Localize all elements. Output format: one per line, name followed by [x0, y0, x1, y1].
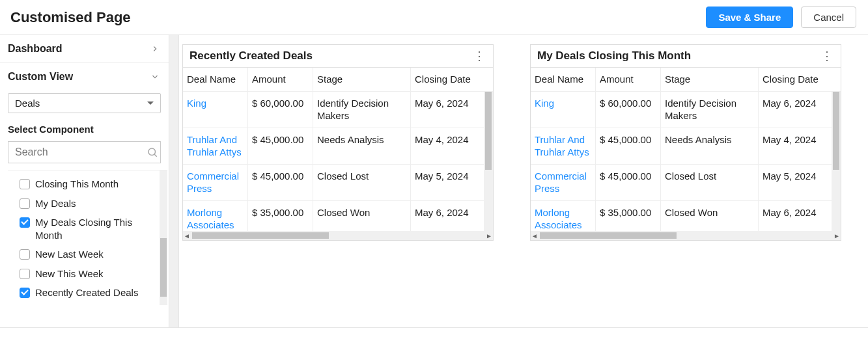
component-item[interactable]: Recently Modified Deals [8, 303, 158, 306]
widget-my-deals-closing-this-month: My Deals Closing This Month⋮Deal NameAmo… [530, 44, 841, 241]
search-input[interactable] [14, 146, 147, 159]
table-body: King$ 60,000.00Identify Decision MakersM… [183, 92, 493, 241]
checkbox-icon[interactable] [20, 198, 30, 209]
deal-link[interactable]: Morlong Associates [535, 207, 582, 231]
cell-closing: May 5, 2024 [759, 165, 832, 200]
cell-stage: Closed Lost [661, 165, 759, 200]
table-row[interactable]: Truhlar And Truhlar Attys$ 45,000.00Need… [183, 128, 484, 165]
component-item-label: New This Week [35, 267, 103, 280]
component-list-wrap: Closing This MonthMy DealsMy Deals Closi… [8, 170, 167, 305]
widget-recently-created-deals: Recently Created Deals⋮Deal NameAmountSt… [182, 44, 494, 241]
cell-closing: May 4, 2024 [411, 128, 484, 164]
checkbox-icon[interactable] [20, 269, 30, 279]
deal-link[interactable]: King [187, 98, 206, 109]
table-vertical-scrollbar[interactable] [484, 92, 493, 232]
cell-stage: Identify Decision Makers [313, 92, 411, 128]
dashboard-label: Dashboard [8, 43, 63, 55]
table-body: King$ 60,000.00Identify Decision MakersM… [531, 92, 841, 241]
cell-name[interactable]: Truhlar And Truhlar Attys [531, 128, 596, 164]
deal-link[interactable]: Morlong Associates [187, 207, 234, 231]
column-header[interactable]: Closing Date [411, 68, 493, 91]
cell-name[interactable]: Commercial Press [531, 165, 596, 200]
cell-closing: May 6, 2024 [759, 92, 832, 128]
component-item[interactable]: New Last Week [8, 245, 158, 264]
widget-menu-icon[interactable]: ⋮ [819, 49, 835, 63]
deal-link[interactable]: Commercial Press [187, 170, 239, 195]
column-header[interactable]: Closing Date [759, 68, 841, 91]
table-horizontal-scrollbar[interactable]: ◄► [183, 231, 493, 240]
table-row[interactable]: King$ 60,000.00Identify Decision MakersM… [531, 92, 832, 128]
cell-amount: $ 45,000.00 [248, 128, 313, 164]
component-search[interactable] [8, 141, 161, 163]
cell-stage: Closed Lost [313, 165, 411, 200]
table-header-row: Deal NameAmountStageClosing Date [531, 68, 841, 92]
table-horizontal-scrollbar[interactable]: ◄► [531, 231, 841, 240]
header-actions: Save & Share Cancel [706, 7, 856, 28]
save-share-button[interactable]: Save & Share [706, 7, 793, 28]
page-title: Customised Page [10, 9, 131, 26]
cell-closing: May 5, 2024 [411, 165, 484, 200]
cell-amount: $ 60,000.00 [596, 92, 661, 128]
component-item[interactable]: My Deals [8, 194, 158, 213]
dropdown-caret-icon [147, 102, 154, 105]
sidebar-scrollbar[interactable] [160, 170, 167, 305]
table-row[interactable]: Truhlar And Truhlar Attys$ 45,000.00Need… [531, 128, 832, 165]
deal-link[interactable]: Truhlar And Truhlar Attys [535, 134, 589, 158]
cell-stage: Identify Decision Makers [661, 92, 759, 128]
cell-amount: $ 45,000.00 [596, 165, 661, 200]
widget-header: Recently Created Deals⋮ [183, 45, 493, 67]
custom-view-label: Custom View [8, 71, 73, 83]
table-row[interactable]: King$ 60,000.00Identify Decision MakersM… [183, 92, 484, 128]
component-item-label: My Deals [35, 197, 76, 210]
column-header[interactable]: Amount [596, 68, 661, 91]
component-item[interactable]: My Deals Closing This Month [8, 213, 158, 245]
canvas: Recently Created Deals⋮Deal NameAmountSt… [169, 35, 868, 327]
cell-amount: $ 45,000.00 [596, 128, 661, 164]
cell-closing: May 6, 2024 [411, 92, 484, 128]
component-item-label: My Deals Closing This Month [35, 216, 158, 241]
cell-name[interactable]: Commercial Press [183, 165, 248, 200]
deal-link[interactable]: Truhlar And Truhlar Attys [187, 134, 242, 158]
column-header[interactable]: Deal Name [531, 68, 596, 91]
column-header[interactable]: Amount [248, 68, 313, 91]
table-row[interactable]: Commercial Press$ 45,000.00Closed LostMa… [183, 165, 484, 201]
deal-link[interactable]: King [535, 98, 554, 109]
dashboard-section[interactable]: Dashboard [0, 35, 169, 63]
custom-view-section[interactable]: Custom View [0, 63, 169, 85]
cell-name[interactable]: King [531, 92, 596, 128]
cell-amount: $ 60,000.00 [248, 92, 313, 128]
checkbox-icon[interactable] [20, 249, 30, 260]
widget-table: Deal NameAmountStageClosing DateKing$ 60… [183, 67, 493, 240]
search-icon [147, 146, 158, 158]
table-vertical-scrollbar[interactable] [832, 92, 841, 232]
cell-stage: Needs Analysis [313, 128, 411, 164]
component-item-label: Closing This Month [35, 178, 119, 191]
deal-link[interactable]: Commercial Press [535, 170, 587, 195]
column-header[interactable]: Stage [661, 68, 759, 91]
chevron-down-icon [150, 72, 160, 81]
checkbox-icon[interactable] [20, 179, 30, 189]
widget-title: Recently Created Deals [189, 49, 313, 62]
svg-line-1 [154, 154, 157, 157]
page-header: Customised Page Save & Share Cancel [0, 0, 868, 35]
component-item[interactable]: New This Week [8, 264, 158, 284]
column-header[interactable]: Stage [313, 68, 411, 91]
checkbox-icon[interactable] [20, 217, 30, 228]
widget-menu-icon[interactable]: ⋮ [471, 49, 488, 63]
select-component-title: Select Component [0, 121, 169, 141]
checkbox-icon[interactable] [20, 288, 30, 298]
component-item-label: New Last Week [35, 248, 104, 261]
module-dropdown[interactable]: Deals [8, 93, 161, 113]
cell-stage: Needs Analysis [661, 128, 759, 164]
component-item[interactable]: Closing This Month [8, 174, 158, 194]
widget-table: Deal NameAmountStageClosing DateKing$ 60… [531, 67, 841, 240]
cancel-button[interactable]: Cancel [801, 7, 856, 28]
table-header-row: Deal NameAmountStageClosing Date [183, 68, 493, 92]
cell-name[interactable]: Truhlar And Truhlar Attys [183, 128, 248, 164]
table-row[interactable]: Commercial Press$ 45,000.00Closed LostMa… [531, 165, 832, 201]
column-header[interactable]: Deal Name [183, 68, 248, 91]
chevron-right-icon [150, 44, 160, 53]
cell-name[interactable]: King [183, 92, 248, 128]
svg-point-0 [148, 148, 156, 156]
component-item[interactable]: Recently Created Deals [8, 283, 158, 303]
